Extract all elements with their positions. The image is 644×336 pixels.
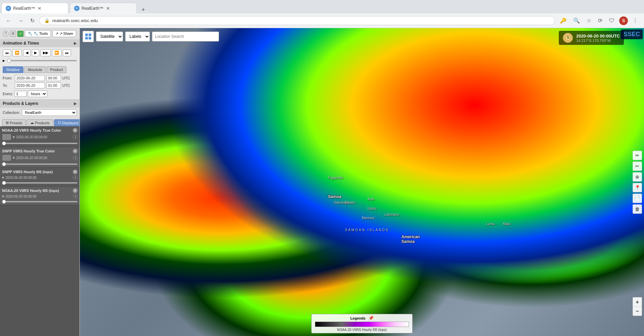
layer-3-time-row: 2020-06-20 00:00:00 ℹ — [2, 175, 77, 180]
tab-absolute[interactable]: Absolute — [24, 66, 46, 73]
layer-2-thumbnail — [2, 154, 11, 161]
anim-next-button[interactable]: ▶▶ — [41, 49, 51, 56]
layer-4-info-button[interactable]: ℹ — [73, 194, 77, 199]
delete-button[interactable]: 🗑 — [633, 204, 642, 214]
map-time-text: 2020-06-20 00:00UTC — [576, 33, 620, 39]
to-time-input[interactable] — [46, 82, 61, 88]
layer-1-info-button[interactable]: ℹ — [73, 135, 77, 139]
time-fields: From: UTC To: UTC — [0, 73, 79, 90]
layer-2-info-button[interactable]: ℹ — [73, 155, 77, 160]
tab-1-close[interactable]: ✕ — [38, 6, 42, 11]
anim-begin-button[interactable]: ⏮ — [3, 50, 11, 56]
forward-button[interactable]: → — [16, 16, 25, 25]
back-button[interactable]: ← — [4, 16, 13, 25]
label-maia: Maia — [503, 222, 511, 226]
tab-2-close[interactable]: ✕ — [106, 6, 110, 11]
anim-play-button[interactable]: ▶ — [32, 49, 39, 56]
layer-4-close-button[interactable]: ✕ — [73, 188, 77, 193]
from-date-input[interactable] — [15, 75, 45, 81]
anim-step-back-button[interactable]: ⏪ — [12, 49, 22, 56]
animation-slider[interactable] — [7, 60, 77, 61]
settings-button[interactable]: ⚙ — [10, 31, 16, 37]
tab-1[interactable]: R RealEarth™ ✕ — [1, 3, 68, 13]
label-marinoa: Marinoa — [362, 216, 374, 220]
layer-2-slider[interactable] — [2, 163, 77, 165]
anim-end-button[interactable]: ⏭ — [63, 50, 71, 56]
layer-3-close-button[interactable]: ✕ — [73, 170, 77, 174]
products-panel-header: Products & Layers ▶ — [0, 99, 79, 108]
layer-2-close-button[interactable]: ✕ — [73, 149, 77, 153]
tab-displayed[interactable]: ☑ Displayed — [54, 119, 79, 126]
reload-button[interactable]: ↻ — [28, 16, 37, 25]
every-unit-select[interactable]: hours — [28, 90, 47, 97]
anim-step-fwd-button[interactable]: ⏩ — [52, 49, 61, 56]
layer-3-slider[interactable] — [2, 182, 77, 184]
from-time-input[interactable] — [46, 75, 61, 81]
layer-1-thumbnail — [2, 134, 11, 140]
layer-4-slider[interactable] — [2, 201, 77, 202]
new-tab-button[interactable]: + — [140, 6, 147, 13]
every-row: Every: hours — [0, 90, 79, 99]
collection-select[interactable]: RealEarth — [22, 109, 77, 116]
layer-1-header: NOAA-20 VIIRS Hourly True Color ✕ — [2, 128, 77, 133]
layer-4-dot — [2, 195, 4, 197]
ssec-logo: SSEC — [621, 29, 643, 39]
label-samoan-islands: SAMOAN ISLANDS — [345, 228, 389, 232]
layer-2-time-row: 2020-06-20 00:00:00 ℹ — [2, 154, 77, 161]
every-num-input[interactable] — [14, 91, 26, 97]
map-search-input[interactable] — [152, 31, 219, 42]
tab-relative[interactable]: Relative — [3, 66, 23, 73]
search-icon[interactable]: 🔍 — [571, 16, 582, 25]
tools-button[interactable]: 🔧 🔧 Tools — [25, 30, 51, 37]
to-utc-label: UTC — [62, 83, 70, 87]
share-button[interactable]: ↗ ↗ Share — [52, 30, 76, 37]
zoom-out-button[interactable]: − — [633, 307, 642, 316]
help-button[interactable]: ? — [3, 31, 9, 37]
anim-prev-button[interactable]: ◀ — [23, 49, 31, 56]
map-area[interactable]: Satellite Labels 2020-06-20 00:00U — [80, 28, 644, 336]
svg-rect-2 — [85, 37, 88, 40]
to-row: To: UTC — [3, 82, 77, 88]
cut-button[interactable]: ✂ — [633, 161, 642, 171]
map-grid-button[interactable] — [83, 31, 94, 42]
layer-3-info-button[interactable]: ℹ — [73, 175, 77, 180]
lock-icon: 🔒 — [44, 18, 50, 23]
tab-2[interactable]: R RealEarth™ ✕ — [70, 3, 137, 13]
draw-button[interactable]: ✏ — [633, 151, 642, 160]
layer-item-0: NOAA-20 VIIRS Hourly True Color ✕ 2020-0… — [0, 126, 79, 147]
address-bar[interactable]: 🔒 realearth.ssec.wisc.edu — [39, 16, 555, 25]
profile-avatar[interactable]: S — [619, 16, 628, 25]
bookmark-icon[interactable]: ☆ — [585, 16, 593, 25]
layer-1-close-button[interactable]: ✕ — [73, 128, 77, 133]
password-icon[interactable]: 🔑 — [558, 16, 569, 25]
map-right-toolbar: ✏ ✂ ⊕ 📍 📄 🗑 — [633, 151, 642, 214]
add-button[interactable]: ⊕ — [633, 172, 642, 182]
layer-1-name: NOAA-20 VIIRS Hourly True Color — [2, 128, 73, 132]
tab-product[interactable]: Product — [47, 66, 67, 73]
animation-panel-toggle[interactable]: ▶ — [74, 41, 77, 46]
label-apia: Apia — [368, 197, 374, 201]
document-button[interactable]: 📄 — [633, 194, 642, 203]
map-labels-select[interactable]: Labels — [125, 31, 150, 42]
tab-1-icon: R — [6, 6, 11, 11]
layer-1-timestamp: 2020-06-20 00:00:00 — [16, 135, 47, 139]
update-icon[interactable]: ⟳ — [596, 16, 604, 25]
tools-icon: 🔧 — [28, 31, 33, 36]
displayed-icon: ☑ — [58, 121, 61, 125]
shield-icon[interactable]: 🛡 — [607, 16, 616, 25]
layers-list: NOAA-20 VIIRS Hourly True Color ✕ 2020-0… — [0, 126, 79, 336]
menu-dots-icon[interactable]: ⋮ — [631, 16, 640, 25]
label-palaeo: Palaeo — [345, 201, 356, 204]
layer-1-slider[interactable] — [2, 143, 77, 144]
pin-icon[interactable]: 📌 — [368, 316, 374, 321]
tab-products[interactable]: ☁ Products — [26, 119, 53, 126]
zoom-in-button[interactable]: + — [633, 297, 642, 307]
checkbox-button[interactable]: ✓ — [17, 31, 23, 37]
map-satellite-select[interactable]: Satellite — [96, 31, 123, 42]
to-date-input[interactable] — [15, 82, 45, 88]
pin-button[interactable]: 📍 — [633, 183, 642, 192]
tab-presets[interactable]: ⊞ Presets — [2, 119, 26, 126]
products-panel-toggle[interactable]: ▶ — [74, 101, 77, 106]
legends-bar: Legends 📌 NOAA-20 VIIRS Hourly I05 (tops… — [311, 314, 413, 333]
label-luma: Luma — [486, 222, 494, 226]
